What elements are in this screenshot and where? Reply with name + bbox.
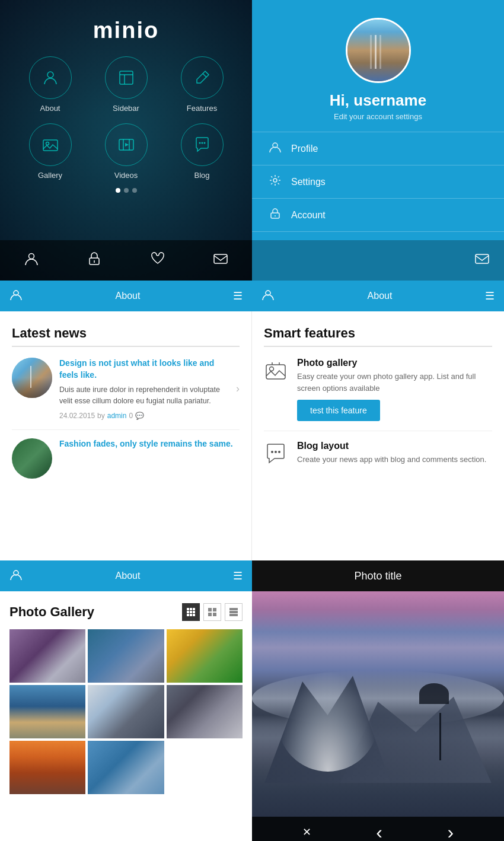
account-menu-item[interactable]: Account	[252, 198, 504, 232]
profile-menu-item[interactable]: Profile	[252, 132, 504, 165]
grid2-view-btn[interactable]	[203, 603, 221, 621]
photo-cell-7[interactable]	[9, 741, 85, 794]
heart-icon[interactable]	[150, 251, 165, 270]
bottom-bar-left	[0, 240, 252, 281]
photo-cell-5[interactable]	[88, 685, 164, 738]
svg-line-4	[203, 74, 206, 77]
svg-rect-5	[43, 140, 58, 151]
nav-bar-right: About ☰	[252, 281, 504, 311]
photo-close-button[interactable]: ✕	[295, 823, 318, 841]
svg-point-26	[270, 367, 274, 371]
svg-rect-42	[208, 613, 212, 616]
bottom-bar-right	[252, 240, 504, 281]
photo-viewer-image	[252, 591, 504, 817]
menu-item-gallery[interactable]: Gallery	[18, 123, 83, 180]
sidebar-icon	[105, 56, 148, 99]
account-label: Account	[291, 210, 326, 221]
grid3-view-btn[interactable]	[182, 603, 200, 621]
features-icon	[181, 56, 224, 99]
greeting-text: Hi, username	[330, 91, 426, 110]
menu-grid: About Sidebar	[18, 56, 235, 180]
nav-bar-3: About ☰	[0, 560, 252, 591]
profile-icon	[269, 141, 282, 157]
hamburger-icon-right[interactable]: ☰	[485, 289, 495, 302]
svg-rect-35	[190, 611, 192, 613]
photo-viewer: ✕ ‹ ›	[252, 591, 504, 841]
dot-2[interactable]	[124, 188, 129, 193]
svg-point-12	[201, 142, 203, 144]
menu-item-about[interactable]: About	[18, 56, 83, 113]
features-title: Smart features	[264, 326, 492, 341]
hamburger-icon-left[interactable]: ☰	[233, 289, 243, 302]
news-thumb-2	[12, 438, 52, 479]
news-chevron-1[interactable]: ›	[236, 383, 240, 395]
menu-label-sidebar: Sidebar	[113, 104, 139, 113]
dot-3[interactable]	[132, 188, 137, 193]
test-feature-button[interactable]: test this feature	[297, 400, 380, 421]
comment-bubble-icon: 💬	[135, 412, 144, 420]
svg-point-29	[278, 451, 280, 453]
carousel-dots	[116, 188, 137, 193]
edit-account-text: Edit your account settings	[334, 112, 422, 121]
svg-point-28	[275, 451, 277, 453]
nav-user-icon-right	[261, 288, 275, 304]
news-body-1: Duis aute irure dolor in reprehenderit i…	[59, 384, 229, 407]
gallery-panel: Photo Gallery	[0, 591, 252, 841]
profile-label: Profile	[291, 144, 318, 154]
photo-cell-3[interactable]	[167, 629, 243, 683]
grid1-view-btn[interactable]	[225, 603, 243, 621]
features-divider-top	[264, 346, 492, 347]
account-menu: Profile Settings	[252, 132, 504, 232]
news-author[interactable]: admin	[107, 412, 127, 420]
feature-item-gallery: Photo gallery Easy create your own photo…	[264, 358, 492, 421]
photo-prev-button[interactable]: ‹	[369, 819, 390, 842]
feature-blog-content: Blog layout Create your news app with bl…	[297, 441, 486, 470]
svg-rect-31	[187, 608, 189, 610]
menu-item-videos[interactable]: Videos	[94, 123, 159, 180]
menu-label-features: Features	[187, 104, 217, 113]
blog-layout-icon	[264, 442, 288, 470]
news-meta-1: 24.02.2015 by admin 0 💬	[59, 412, 229, 420]
svg-rect-45	[229, 611, 238, 613]
svg-marker-10	[125, 143, 129, 146]
photo-cell-6[interactable]	[167, 685, 243, 738]
feature-gallery-title: Photo gallery	[297, 358, 492, 368]
user-icon[interactable]	[24, 251, 39, 270]
photo-next-button[interactable]: ›	[441, 819, 461, 842]
menu-item-blog[interactable]: Blog	[170, 123, 235, 180]
photo-gallery-icon	[264, 359, 288, 421]
news-divider	[12, 346, 240, 347]
settings-icon	[269, 174, 282, 190]
photo-cell-4[interactable]	[9, 685, 85, 738]
svg-rect-44	[229, 608, 238, 610]
news-item-2: Fashion fades, only style remains the sa…	[12, 438, 240, 479]
photo-cell-1[interactable]	[9, 629, 85, 683]
news-by: by	[97, 412, 105, 420]
photo-cell-2[interactable]	[88, 629, 164, 683]
feature-blog-desc: Create your news app with blog and comme…	[297, 454, 486, 466]
menu-item-features[interactable]: Features	[170, 56, 235, 113]
dot-1[interactable]	[116, 188, 120, 193]
svg-rect-41	[213, 608, 216, 611]
svg-point-14	[29, 254, 34, 259]
svg-rect-32	[190, 608, 192, 610]
gallery-icon	[29, 123, 72, 166]
news-item-1: Design is not just what it looks like an…	[12, 358, 240, 420]
mail-icon[interactable]	[213, 251, 228, 270]
svg-point-6	[46, 142, 49, 145]
lock-icon[interactable]	[87, 251, 102, 270]
svg-rect-33	[193, 608, 195, 610]
mail-icon-right[interactable]	[474, 251, 490, 270]
menu-item-sidebar[interactable]: Sidebar	[94, 56, 159, 113]
view-toggle-group	[182, 603, 243, 621]
settings-menu-item[interactable]: Settings	[252, 165, 504, 198]
news-content-2: Fashion fades, only style remains the sa…	[59, 438, 240, 479]
hamburger-icon-3[interactable]: ☰	[233, 569, 243, 582]
photo-cell-8[interactable]	[88, 741, 164, 794]
blog-icon	[181, 123, 224, 166]
svg-point-0	[47, 72, 53, 78]
news-link-2[interactable]: Fashion fades, only style remains the sa…	[59, 438, 240, 450]
feature-gallery-content: Photo gallery Easy create your own photo…	[297, 358, 492, 421]
about-icon	[29, 56, 72, 99]
news-link-1[interactable]: Design is not just what it looks like an…	[59, 358, 229, 381]
